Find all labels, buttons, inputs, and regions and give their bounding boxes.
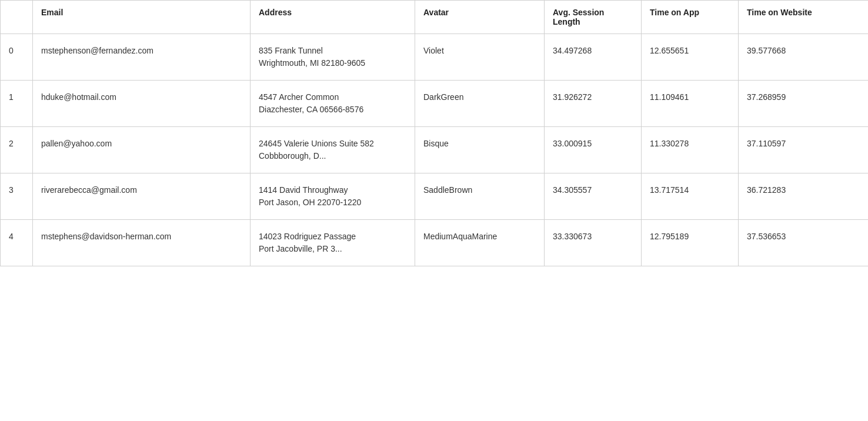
table-row: 1hduke@hotmail.com4547 Archer Common Dia…: [1, 81, 869, 127]
col-header-time-on-website: Time on Website: [739, 1, 869, 34]
index-cell: 2: [1, 127, 33, 173]
time-on-website-cell: 37.110597: [739, 127, 869, 173]
address-cell: 14023 Rodriguez Passage Port Jacobville,…: [251, 220, 415, 266]
avatar-cell: MediumAquaMarine: [415, 220, 545, 266]
col-header-email: Email: [33, 1, 251, 34]
time-on-app-cell: 12.795189: [642, 220, 739, 266]
index-cell: 0: [1, 34, 33, 81]
avg-session-cell: 33.000915: [545, 127, 642, 173]
avatar-cell: SaddleBrown: [415, 173, 545, 220]
email-cell: hduke@hotmail.com: [33, 81, 251, 127]
avatar-cell: DarkGreen: [415, 81, 545, 127]
time-on-app-cell: 11.109461: [642, 81, 739, 127]
address-cell: 4547 Archer Common Diazchester, CA 06566…: [251, 81, 415, 127]
table-row: 3riverarebecca@gmail.com1414 David Throu…: [1, 173, 869, 220]
table-row: 0mstephenson@fernandez.com835 Frank Tunn…: [1, 34, 869, 81]
table-row: 4mstephens@davidson-herman.com14023 Rodr…: [1, 220, 869, 266]
time-on-app-cell: 13.717514: [642, 173, 739, 220]
index-cell: 4: [1, 220, 33, 266]
avg-session-cell: 31.926272: [545, 81, 642, 127]
time-on-website-cell: 37.268959: [739, 81, 869, 127]
time-on-website-cell: 36.721283: [739, 173, 869, 220]
data-table-container: Email Address Avatar Avg. Session Length…: [0, 0, 868, 266]
email-cell: pallen@yahoo.com: [33, 127, 251, 173]
address-cell: 1414 David Throughway Port Jason, OH 220…: [251, 173, 415, 220]
col-header-address: Address: [251, 1, 415, 34]
email-cell: riverarebecca@gmail.com: [33, 173, 251, 220]
avatar-cell: Bisque: [415, 127, 545, 173]
address-cell: 24645 Valerie Unions Suite 582 Cobbborou…: [251, 127, 415, 173]
address-cell: 835 Frank Tunnel Wrightmouth, MI 82180-9…: [251, 34, 415, 81]
col-header-avg-session: Avg. Session Length: [545, 1, 642, 34]
time-on-app-cell: 11.330278: [642, 127, 739, 173]
col-header-index: [1, 1, 33, 34]
col-header-time-on-app: Time on App: [642, 1, 739, 34]
avatar-cell: Violet: [415, 34, 545, 81]
avg-session-cell: 33.330673: [545, 220, 642, 266]
table-header-row: Email Address Avatar Avg. Session Length…: [1, 1, 869, 34]
time-on-website-cell: 39.577668: [739, 34, 869, 81]
email-cell: mstephenson@fernandez.com: [33, 34, 251, 81]
index-cell: 1: [1, 81, 33, 127]
data-table: Email Address Avatar Avg. Session Length…: [0, 0, 868, 266]
table-row: 2pallen@yahoo.com24645 Valerie Unions Su…: [1, 127, 869, 173]
email-cell: mstephens@davidson-herman.com: [33, 220, 251, 266]
avg-session-cell: 34.305557: [545, 173, 642, 220]
avg-session-cell: 34.497268: [545, 34, 642, 81]
time-on-app-cell: 12.655651: [642, 34, 739, 81]
index-cell: 3: [1, 173, 33, 220]
col-header-avatar: Avatar: [415, 1, 545, 34]
time-on-website-cell: 37.536653: [739, 220, 869, 266]
